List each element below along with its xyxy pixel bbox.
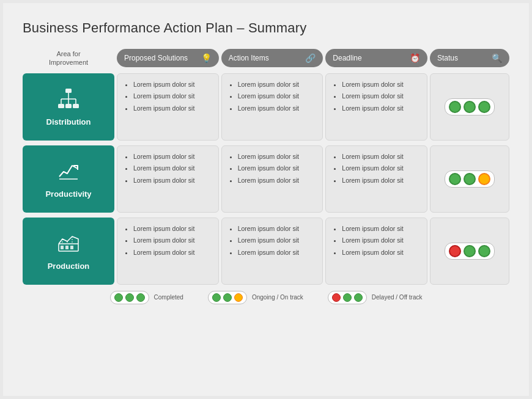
green-light-2 bbox=[464, 101, 476, 113]
productivity-actions: Lorem ipsum dolor sit Lorem ipsum dolor … bbox=[221, 145, 323, 213]
deadline-header: Deadline ⏰ bbox=[325, 49, 427, 67]
distribution-area: Distribution bbox=[23, 73, 114, 141]
list-item: Lorem ipsum dolor sit bbox=[133, 152, 211, 161]
svg-rect-3 bbox=[73, 104, 79, 108]
list-item: Lorem ipsum dolor sit bbox=[133, 176, 211, 185]
production-label: Production bbox=[48, 262, 90, 271]
productivity-area: Productivity bbox=[23, 145, 114, 213]
list-item: Lorem ipsum dolor sit bbox=[238, 236, 316, 245]
green-light bbox=[464, 245, 476, 257]
production-deadlines: Lorem ipsum dolor sit Lorem ipsum dolor … bbox=[325, 218, 427, 285]
svg-rect-11 bbox=[61, 246, 64, 249]
completed-lights bbox=[110, 291, 149, 304]
delayed-lights bbox=[328, 291, 367, 304]
productivity-status bbox=[430, 145, 509, 213]
green-light-2 bbox=[478, 245, 490, 257]
productivity-traffic-lights bbox=[445, 170, 495, 188]
productivity-icon bbox=[57, 159, 79, 186]
list-item: Lorem ipsum dolor sit bbox=[133, 164, 211, 173]
list-item: Lorem ipsum dolor sit bbox=[238, 164, 316, 173]
action-items-header: Action Items 🔗 bbox=[221, 49, 323, 67]
bulb-icon: 💡 bbox=[201, 53, 212, 63]
list-item: Lorem ipsum dolor sit bbox=[133, 224, 211, 233]
list-item: Lorem ipsum dolor sit bbox=[133, 92, 211, 101]
completed-label: Completed bbox=[154, 294, 183, 301]
proposed-solutions-header: Proposed Solutions 💡 bbox=[117, 49, 219, 67]
green-light-3 bbox=[478, 101, 490, 113]
list-item: Lorem ipsum dolor sit bbox=[342, 236, 419, 245]
distribution-actions: Lorem ipsum dolor sit Lorem ipsum dolor … bbox=[221, 73, 323, 141]
list-item: Lorem ipsum dolor sit bbox=[342, 92, 419, 101]
list-item: Lorem ipsum dolor sit bbox=[342, 80, 419, 89]
legend-yellow bbox=[234, 293, 243, 302]
distribution-icon bbox=[57, 87, 79, 114]
list-item: Lorem ipsum dolor sit bbox=[238, 92, 316, 101]
distribution-deadlines: Lorem ipsum dolor sit Lorem ipsum dolor … bbox=[325, 73, 427, 141]
production-area: Production bbox=[23, 218, 114, 285]
productivity-label: Productivity bbox=[45, 189, 91, 199]
distribution-row: Distribution Lorem ipsum dolor sit Lorem… bbox=[23, 73, 509, 141]
production-status bbox=[430, 218, 509, 285]
list-item: Lorem ipsum dolor sit bbox=[238, 104, 316, 113]
list-item: Lorem ipsum dolor sit bbox=[342, 248, 419, 257]
legend-green-1 bbox=[114, 293, 123, 302]
search-icon: 🔍 bbox=[492, 53, 502, 63]
list-item: Lorem ipsum dolor sit bbox=[238, 152, 316, 161]
deadline-label: Deadline bbox=[333, 54, 361, 62]
production-traffic-lights bbox=[445, 243, 495, 260]
list-item: Lorem ipsum dolor sit bbox=[238, 176, 316, 185]
legend-completed: Completed bbox=[110, 291, 183, 304]
distribution-traffic-lights bbox=[445, 98, 495, 115]
productivity-row: Productivity Lorem ipsum dolor sit Lorem… bbox=[23, 145, 509, 213]
red-light bbox=[449, 245, 461, 257]
table-container: Area forImprovement Proposed Solutions 💡… bbox=[23, 47, 509, 285]
ongoing-label: Ongoing / On track bbox=[252, 294, 303, 301]
production-icon bbox=[57, 232, 79, 258]
area-for-improvement-label: Area forImprovement bbox=[23, 47, 114, 70]
proposed-solutions-label: Proposed Solutions bbox=[124, 54, 188, 62]
clock-icon: ⏰ bbox=[410, 53, 420, 63]
status-header: Status 🔍 bbox=[430, 49, 509, 67]
page-title: Business Performance Action Plan – Summa… bbox=[23, 20, 509, 36]
list-item: Lorem ipsum dolor sit bbox=[342, 164, 419, 173]
list-item: Lorem ipsum dolor sit bbox=[238, 80, 316, 89]
list-item: Lorem ipsum dolor sit bbox=[342, 224, 419, 233]
list-item: Lorem ipsum dolor sit bbox=[133, 104, 211, 113]
legend-green-6 bbox=[343, 293, 352, 302]
list-item: Lorem ipsum dolor sit bbox=[342, 176, 419, 185]
header-row: Area forImprovement Proposed Solutions 💡… bbox=[23, 47, 509, 70]
list-item: Lorem ipsum dolor sit bbox=[238, 224, 316, 233]
distribution-label: Distribution bbox=[46, 117, 91, 126]
svg-rect-2 bbox=[65, 104, 72, 108]
legend-red bbox=[332, 293, 341, 302]
green-light bbox=[449, 101, 461, 113]
legend-green-2 bbox=[125, 293, 134, 302]
distribution-solutions: Lorem ipsum dolor sit Lorem ipsum dolor … bbox=[117, 73, 219, 141]
list-item: Lorem ipsum dolor sit bbox=[133, 236, 211, 245]
legend-delayed: Delayed / Off track bbox=[328, 291, 423, 304]
distribution-status bbox=[430, 73, 509, 141]
slide: Business Performance Action Plan – Summa… bbox=[3, 3, 529, 396]
production-solutions: Lorem ipsum dolor sit Lorem ipsum dolor … bbox=[117, 218, 219, 285]
delayed-label: Delayed / Off track bbox=[372, 294, 423, 301]
svg-rect-13 bbox=[70, 246, 73, 249]
legend-ongoing: Ongoing / On track bbox=[208, 291, 303, 304]
list-item: Lorem ipsum dolor sit bbox=[342, 104, 419, 113]
svg-rect-1 bbox=[58, 104, 64, 108]
svg-rect-0 bbox=[65, 89, 72, 93]
legend-green-4 bbox=[212, 293, 221, 302]
legend-green-3 bbox=[136, 293, 145, 302]
list-item: Lorem ipsum dolor sit bbox=[133, 248, 211, 257]
green-light bbox=[449, 173, 461, 185]
ongoing-lights bbox=[208, 291, 247, 304]
production-row: Production Lorem ipsum dolor sit Lorem i… bbox=[23, 218, 509, 285]
action-items-label: Action Items bbox=[229, 54, 269, 62]
list-item: Lorem ipsum dolor sit bbox=[238, 248, 316, 257]
yellow-light bbox=[478, 173, 490, 185]
link-icon: 🔗 bbox=[305, 53, 316, 63]
svg-rect-12 bbox=[65, 246, 68, 249]
legend-green-7 bbox=[354, 293, 363, 302]
list-item: Lorem ipsum dolor sit bbox=[342, 152, 419, 161]
legend-green-5 bbox=[223, 293, 232, 302]
status-label: Status bbox=[437, 54, 458, 62]
